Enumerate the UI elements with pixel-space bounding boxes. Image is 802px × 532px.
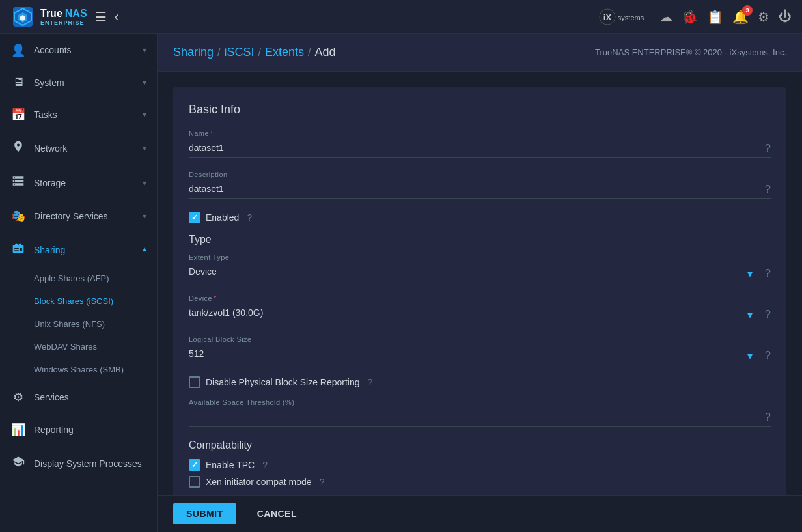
ix-systems-logo: iX systems [598, 8, 650, 26]
sidebar-sub-webdav[interactable]: WebDAV Shares [34, 335, 157, 358]
name-required: * [210, 130, 214, 137]
breadcrumb: Sharing / iSCSI / Extents / Add [173, 46, 335, 59]
sharing-icon [10, 242, 26, 258]
description-label: Description [189, 171, 771, 178]
name-input[interactable] [189, 140, 771, 158]
sidebar-label-system: System [34, 77, 135, 88]
notification-icon[interactable]: 🔔 [732, 9, 749, 25]
cloud-icon[interactable]: ☁ [659, 9, 672, 25]
enable-tpc-checkbox[interactable]: ✓ [189, 459, 200, 471]
copyright-text: TrueNAS ENTERPRISE® © 2020 - iXsystems, … [595, 48, 786, 57]
xen-checkbox[interactable] [189, 476, 200, 488]
sidebar-label-accounts: Accounts [34, 45, 135, 55]
device-label: Device* [189, 294, 771, 302]
name-help-icon[interactable]: ? [765, 143, 771, 154]
enable-tpc-check-icon: ✓ [191, 460, 198, 469]
alert-icon[interactable]: 🐞 [682, 9, 698, 25]
enable-tpc-label: Enable TPC [206, 460, 255, 470]
submit-button[interactable]: SUBMIT [173, 503, 236, 524]
sidebar-item-sharing[interactable]: Sharing ▾ [0, 232, 157, 267]
clipboard-icon[interactable]: 📋 [707, 9, 723, 25]
sidebar-item-services[interactable]: ⚙ Services [0, 381, 157, 413]
back-icon[interactable]: ‹ [115, 8, 119, 25]
sidebar-label-sharing: Sharing [34, 245, 135, 255]
available-threshold-help[interactable]: ? [765, 412, 771, 423]
breadcrumb-sep2: / [258, 47, 261, 59]
disable-physical-checkbox[interactable] [189, 376, 200, 388]
logo-nas: NAS [65, 8, 87, 20]
sidebar-sub-iscsi[interactable]: Block Shares (iSCSI) [34, 290, 157, 313]
sidebar-label-reporting: Reporting [34, 425, 146, 435]
logical-block-label: Logical Block Size [189, 335, 771, 343]
xen-label: Xen initiator compat mode [206, 477, 312, 487]
device-select-wrapper: tank/zvol1 (30.0G) ▾ ? [189, 305, 771, 322]
enable-tpc-help[interactable]: ? [262, 460, 268, 470]
tasks-icon: 📅 [10, 107, 26, 122]
disable-physical-help[interactable]: ? [368, 377, 373, 387]
sidebar-item-display[interactable]: Display System Processes [0, 446, 157, 481]
sidebar-sub-apple[interactable]: Apple Shares (AFP) [34, 267, 157, 290]
svg-text:systems: systems [618, 14, 644, 21]
logo-true: True [40, 8, 62, 20]
system-arrow: ▾ [143, 78, 146, 87]
display-icon [10, 455, 26, 471]
available-threshold-group: Available Space Threshold (%) ? [189, 399, 771, 427]
enabled-label: Enabled [206, 212, 239, 223]
menu-icon[interactable]: ☰ [95, 9, 107, 25]
enabled-help-icon[interactable]: ? [247, 212, 252, 223]
storage-icon [10, 175, 26, 191]
name-label: Name* [189, 130, 771, 137]
settings-icon[interactable]: ⚙ [758, 9, 769, 25]
breadcrumb-iscsi[interactable]: iSCSI [225, 46, 255, 59]
sidebar-item-directory[interactable]: 🎭 Directory Services ▾ [0, 200, 157, 232]
extent-type-group: Extent Type Device File ▾ ? [189, 253, 771, 281]
cancel-button[interactable]: CANCEL [244, 503, 310, 524]
sidebar-label-directory: Directory Services [34, 211, 135, 221]
extent-type-help[interactable]: ? [765, 268, 771, 279]
sidebar-item-reporting[interactable]: 📊 Reporting [0, 413, 157, 446]
power-icon[interactable]: ⏻ [779, 9, 792, 24]
directory-arrow: ▾ [143, 212, 146, 221]
enabled-row: ✓ Enabled ? [189, 212, 771, 223]
logical-block-select[interactable]: 512 1024 2048 4096 [189, 346, 771, 363]
device-group: Device* tank/zvol1 (30.0G) ▾ ? [189, 294, 771, 322]
description-help-icon[interactable]: ? [765, 184, 771, 195]
storage-arrow: ▾ [143, 178, 146, 188]
sidebar-item-system[interactable]: 🖥 System ▾ [0, 66, 157, 98]
enabled-check-icon: ✓ [191, 213, 198, 222]
xen-help[interactable]: ? [320, 477, 325, 487]
accounts-icon: 👤 [10, 43, 26, 57]
sidebar-sub-unix[interactable]: Unix Shares (NFS) [34, 313, 157, 335]
network-icon [10, 140, 26, 156]
sidebar-item-network[interactable]: Network ▾ [0, 131, 157, 165]
sidebar-item-accounts[interactable]: 👤 Accounts ▾ [0, 34, 157, 66]
logo-area: TrueNAS ENTERPRISE [10, 5, 87, 29]
system-icon: 🖥 [10, 76, 26, 89]
device-help[interactable]: ? [765, 309, 771, 320]
compat-section-title: Compatability [189, 440, 771, 451]
logical-block-help[interactable]: ? [765, 350, 771, 361]
name-group: Name* ? [189, 130, 771, 158]
description-input[interactable] [189, 181, 771, 199]
sidebar-label-network: Network [34, 143, 135, 154]
breadcrumb-sharing[interactable]: Sharing [173, 46, 214, 59]
accounts-arrow: ▾ [143, 46, 146, 55]
reporting-icon: 📊 [10, 423, 26, 437]
sidebar-item-tasks[interactable]: 📅 Tasks ▾ [0, 98, 157, 131]
xen-row: Xen initiator compat mode ? [189, 476, 771, 488]
breadcrumb-sep1: / [217, 47, 220, 59]
extent-type-select[interactable]: Device File [189, 264, 771, 281]
sidebar-item-storage[interactable]: Storage ▾ [0, 165, 157, 200]
device-required: * [214, 294, 217, 302]
enabled-checkbox[interactable]: ✓ [189, 212, 200, 223]
topbar: TrueNAS ENTERPRISE ☰ ‹ iX systems ☁ 🐞 📋 … [0, 0, 802, 34]
available-threshold-input[interactable] [189, 409, 771, 427]
breadcrumb-extents[interactable]: Extents [265, 46, 304, 59]
sidebar: 👤 Accounts ▾ 🖥 System ▾ 📅 Tasks ▾ Networ… [0, 34, 158, 532]
available-threshold-label: Available Space Threshold (%) [189, 399, 771, 406]
sidebar-sub-windows[interactable]: Windows Shares (SMB) [34, 358, 157, 381]
content-area: Sharing / iSCSI / Extents / Add TrueNAS … [158, 34, 802, 532]
ix-svg: iX systems [598, 8, 650, 26]
device-select[interactable]: tank/zvol1 (30.0G) [189, 305, 771, 322]
sharing-submenu: Apple Shares (AFP) Block Shares (iSCSI) … [0, 267, 157, 381]
